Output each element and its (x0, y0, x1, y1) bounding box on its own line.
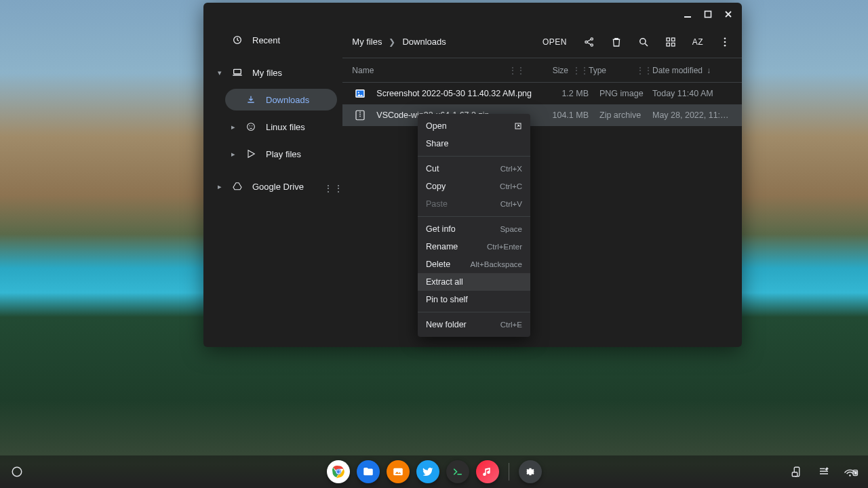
svg-rect-12 (672, 38, 675, 41)
sidebar-item-recent[interactable]: Recent (209, 29, 337, 51)
more-vert-icon (719, 36, 731, 48)
column-resize-handle[interactable]: ⋮⋮ (509, 66, 525, 75)
svg-point-8 (591, 37, 593, 39)
menu-paste: PasteCtrl+V (418, 195, 530, 213)
column-date[interactable]: Date modified ↓ (652, 66, 732, 75)
column-type[interactable]: Type ⋮⋮ (589, 66, 652, 75)
menu-share[interactable]: Share (418, 135, 530, 152)
file-date: Today 11:40 AM (652, 89, 732, 98)
phone-hub-icon (791, 466, 803, 478)
music-icon (481, 466, 494, 478)
svg-rect-24 (360, 116, 361, 117)
menu-delete[interactable]: DeleteAlt+Backspace (418, 256, 530, 273)
breadcrumb-root[interactable]: My files (352, 37, 382, 47)
sidebar-item-label: Recent (252, 35, 280, 45)
file-date: May 28, 2022, 11:10 … (652, 110, 732, 120)
column-size[interactable]: Size ⋮⋮ (532, 66, 589, 75)
twitter-icon (422, 466, 434, 478)
context-menu: Open Share CutCtrl+X CopyCtrl+C PasteCtr… (418, 114, 530, 337)
sidebar-item-play[interactable]: ▸ Play files (225, 143, 337, 165)
close-button[interactable] (719, 5, 738, 24)
sidebar-item-drive[interactable]: ▸ Google Drive (209, 176, 337, 197)
app-gallery[interactable] (387, 460, 410, 483)
phone-hub-button[interactable] (785, 460, 808, 483)
delete-button[interactable] (605, 30, 628, 54)
svg-rect-11 (667, 38, 670, 41)
file-size: 1.2 MB (532, 89, 589, 98)
sidebar-item-label: Linux files (266, 122, 305, 132)
breadcrumb-leaf[interactable]: Downloads (402, 37, 446, 47)
sidebar-item-myfiles[interactable]: ▾ My files (209, 62, 337, 83)
app-files[interactable] (357, 460, 380, 483)
svg-rect-13 (667, 43, 670, 46)
gear-icon (524, 466, 536, 478)
file-size: 104.1 MB (532, 110, 589, 120)
file-row[interactable]: VSCode-win32-x64-1.67.2.zip 104.1 MB Zip… (342, 104, 742, 126)
menu-new-folder[interactable]: New folderCtrl+E (418, 316, 530, 333)
column-resize-handle[interactable]: ⋮⋮ (636, 66, 652, 75)
svg-point-34 (849, 474, 851, 476)
maximize-button[interactable] (698, 5, 717, 24)
chrome-icon (330, 463, 347, 481)
search-icon (637, 36, 650, 48)
menu-cut[interactable]: CutCtrl+X (418, 160, 530, 178)
svg-rect-14 (672, 43, 675, 46)
status-tray[interactable] (840, 460, 863, 483)
clock-icon (232, 35, 244, 45)
sidebar-item-label: Downloads (266, 95, 309, 105)
svg-rect-1 (705, 12, 711, 18)
sidebar-item-label: Play files (266, 149, 301, 159)
app-chrome[interactable] (327, 460, 350, 483)
sidebar-item-label: Google Drive (252, 182, 304, 192)
sidebar-item-downloads[interactable]: Downloads (225, 89, 337, 110)
menu-open[interactable]: Open (418, 117, 530, 135)
shelf (0, 455, 868, 488)
folder-icon (362, 466, 374, 478)
menu-copy[interactable]: CopyCtrl+C (418, 178, 530, 195)
svg-point-10 (640, 38, 646, 43)
play-icon (245, 148, 258, 159)
sidebar-resize-handle[interactable]: ⋮⋮ (323, 183, 344, 194)
image-file-icon (352, 87, 368, 100)
view-toggle-button[interactable] (659, 30, 682, 54)
svg-rect-22 (360, 112, 361, 113)
menu-separator (418, 156, 530, 157)
share-button[interactable] (578, 30, 601, 54)
sidebar-item-linux[interactable]: ▸ Linux files (225, 116, 337, 138)
app-terminal[interactable] (446, 460, 469, 483)
stylus-button[interactable] (812, 460, 835, 483)
app-twitter[interactable] (416, 460, 439, 483)
column-resize-handle[interactable]: ⋮⋮ (572, 66, 589, 75)
svg-point-20 (358, 92, 359, 93)
open-button[interactable]: OPEN (536, 30, 574, 54)
svg-point-26 (12, 467, 22, 476)
svg-rect-31 (393, 468, 403, 476)
shelf-apps (327, 460, 542, 483)
grid-icon (665, 36, 677, 48)
menu-pin-shelf[interactable]: Pin to shelf (418, 291, 530, 308)
trash-icon (610, 36, 623, 48)
minimize-button[interactable] (678, 5, 697, 24)
svg-rect-0 (684, 16, 691, 18)
chevron-right-icon: ▸ (229, 150, 237, 159)
more-button[interactable] (713, 30, 736, 54)
menu-separator (418, 312, 530, 312)
search-button[interactable] (632, 30, 655, 54)
menu-getinfo[interactable]: Get infoSpace (418, 220, 530, 238)
file-list: Screenshot 2022-05-30 11.40.32 AM.png 1.… (342, 83, 742, 347)
svg-rect-23 (360, 114, 361, 115)
terminal-icon (452, 466, 464, 478)
app-music[interactable] (476, 460, 499, 483)
window-titlebar (203, 3, 742, 26)
svg-rect-3 (234, 69, 241, 74)
app-settings[interactable] (519, 460, 542, 483)
main-pane: My files ❯ Downloads OPEN AZ (342, 26, 742, 347)
launcher-icon (11, 466, 23, 478)
column-name[interactable]: Name ⋮⋮ (352, 66, 532, 75)
menu-rename[interactable]: RenameCtrl+Enter (418, 238, 530, 256)
sort-button[interactable]: AZ (686, 30, 709, 54)
file-row[interactable]: Screenshot 2022-05-30 11.40.32 AM.png 1.… (342, 83, 742, 104)
menu-extract-all[interactable]: Extract all (418, 273, 530, 291)
toolbar: My files ❯ Downloads OPEN AZ (342, 26, 742, 58)
launcher-button[interactable] (5, 460, 28, 483)
